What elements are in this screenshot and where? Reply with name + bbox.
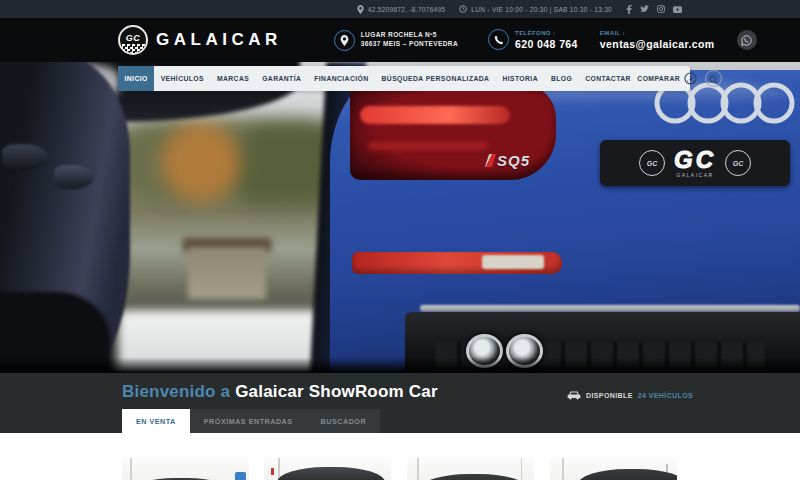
vehicle-thumbnail[interactable] xyxy=(122,458,249,480)
facebook-icon[interactable] xyxy=(626,5,632,14)
available-count[interactable]: 24 VEHÍCULOS xyxy=(638,392,693,399)
instagram-icon[interactable] xyxy=(657,5,665,13)
header-address: LUGAR ROCHELA Nº5 36637 MEIS – PONTEVEDR… xyxy=(334,30,458,51)
plate-emblem-left: GC xyxy=(639,150,665,176)
tab-proximas-entradas[interactable]: PRÓXIMAS ENTRADAS xyxy=(190,409,307,433)
reverse-light xyxy=(482,255,544,269)
phone-label: TELÉFONO : xyxy=(515,29,578,37)
showroom-object xyxy=(235,472,246,480)
bumper-reflector xyxy=(352,252,562,274)
compare-button[interactable]: COMPARAR xyxy=(637,72,697,86)
opening-hours: LUN - VIE 10:00 - 20:30 | SAB 10:30 - 13… xyxy=(459,5,612,13)
nav-item-financiacion[interactable]: FINANCIACIÓN xyxy=(308,66,375,91)
s-emblem xyxy=(485,154,496,167)
address-line1: LUGAR ROCHELA Nº5 xyxy=(361,31,458,40)
gc-emblem-icon: GC xyxy=(118,25,148,55)
search-icon xyxy=(709,70,718,88)
plate-emblem-right: GC xyxy=(725,150,751,176)
vehicle-thumbnail[interactable] xyxy=(407,458,534,480)
nav-item-busqueda-personalizada[interactable]: BÚSQUEDA PERSONALIZADA xyxy=(375,66,496,91)
twitter-icon[interactable] xyxy=(640,5,649,13)
hero-image: SQ5 GC GC GALAICAR GC xyxy=(0,62,800,373)
title-main: Galaicar ShowRoom Car xyxy=(230,382,438,401)
brand-wordmark: GALAICAR xyxy=(156,30,282,50)
main-navigation: INICIO VEHÍCULOS MARCAS GARANTÍA FINANCI… xyxy=(118,66,690,91)
bumper-trim xyxy=(420,305,800,312)
inventory-tabs: EN VENTA PRÓXIMAS ENTRADAS BUSCADOR xyxy=(122,409,380,433)
vehicle-thumbnail[interactable] xyxy=(264,458,391,480)
available-vehicles: DISPONIBLE 24 VEHÍCULOS xyxy=(567,390,693,401)
available-label: DISPONIBLE xyxy=(586,392,633,399)
email-label: EMAIL : xyxy=(600,29,715,37)
email-address[interactable]: ventas@galaicar.com xyxy=(600,37,715,51)
nav-item-inicio[interactable]: INICIO xyxy=(118,66,154,91)
location-pin-icon xyxy=(357,5,364,14)
background-house xyxy=(188,247,266,299)
nav-item-garantia[interactable]: GARANTÍA xyxy=(256,66,308,91)
gps-coordinates: 42.5209672, -8.7076495 xyxy=(357,5,445,14)
plate-sub-text: GALAICAR xyxy=(676,173,713,178)
extinguisher xyxy=(271,468,274,475)
site-header: GC GALAICAR LUGAR ROCHELA Nº5 36637 MEIS… xyxy=(0,18,800,62)
title-accent: Bienvenido a xyxy=(122,382,230,401)
hero-bottom-shadow xyxy=(0,357,800,373)
dealer-plate: GC GC GALAICAR GC xyxy=(600,140,790,186)
whatsapp-icon[interactable] xyxy=(737,30,757,50)
nav-item-marcas[interactable]: MARCAS xyxy=(210,66,255,91)
clock-icon xyxy=(459,5,467,13)
page-title: Bienvenido a Galaicar ShowRoom Car xyxy=(122,382,438,402)
car-icon xyxy=(567,390,581,401)
checkered-flag xyxy=(120,44,146,53)
plate-main-text: GC xyxy=(674,148,716,172)
vehicle-thumbnail[interactable] xyxy=(550,458,677,480)
location-pin-icon xyxy=(334,30,355,51)
tab-en-venta[interactable]: EN VENTA xyxy=(122,409,190,433)
header-phone: TELÉFONO : 620 048 764 xyxy=(488,29,578,51)
nav-item-blog[interactable]: BLOG xyxy=(544,66,578,91)
gauge-icon xyxy=(684,72,697,86)
model-badge: SQ5 xyxy=(487,152,530,169)
taillight-lower-strip xyxy=(368,142,488,150)
search-button[interactable] xyxy=(705,70,722,87)
taillight-led-strip xyxy=(360,106,510,124)
phone-icon xyxy=(488,29,509,50)
social-links xyxy=(626,5,682,14)
address-line2: 36637 MEIS – PONTEVEDRA xyxy=(361,40,458,49)
left-car-mirror-2 xyxy=(54,165,94,189)
tab-buscador[interactable]: BUSCADOR xyxy=(307,409,381,433)
header-email: EMAIL : ventas@galaicar.com xyxy=(600,29,715,51)
brand-logo[interactable]: GC GALAICAR xyxy=(118,25,282,55)
welcome-section: Bienvenido a Galaicar ShowRoom Car DISPO… xyxy=(0,373,800,433)
phone-number[interactable]: 620 048 764 xyxy=(515,37,578,51)
nav-item-historia[interactable]: HISTORIA xyxy=(496,66,545,91)
car-photo xyxy=(578,469,677,480)
left-car-mirror-1 xyxy=(2,144,48,170)
nav-item-vehiculos[interactable]: VEHÍCULOS xyxy=(154,66,210,91)
vehicle-listing-section xyxy=(0,433,800,480)
car-photo xyxy=(277,467,385,480)
youtube-icon[interactable] xyxy=(673,6,682,13)
car-photo xyxy=(420,474,528,480)
nav-item-contactar[interactable]: CONTACTAR xyxy=(579,66,638,91)
topbar: 42.5209672, -8.7076495 LUN - VIE 10:00 -… xyxy=(0,0,800,18)
